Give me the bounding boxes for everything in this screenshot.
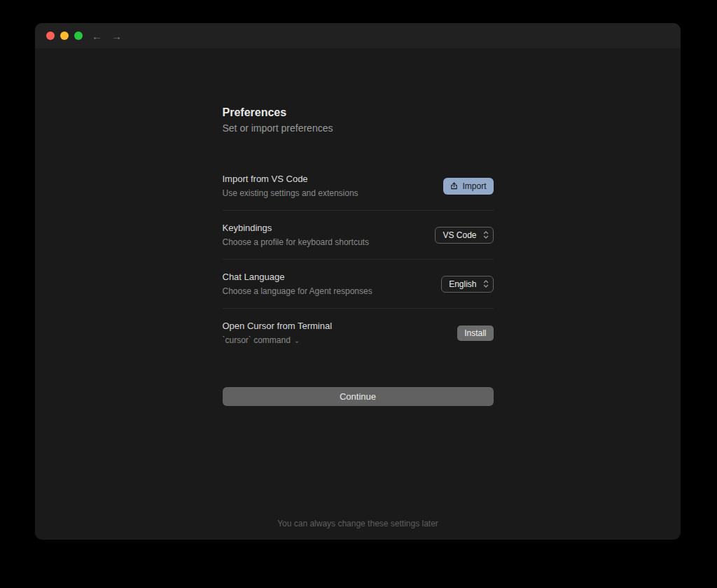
row-labels: Chat Language Choose a language for Agen… (223, 272, 373, 296)
row-labels: Open Cursor from Terminal `cursor` comma… (223, 321, 333, 346)
row-labels: Keybindings Choose a profile for keyboar… (223, 223, 369, 247)
row-subtitle: Choose a profile for keyboard shortcuts (223, 237, 369, 247)
chat-language-select[interactable]: English (441, 276, 493, 293)
titlebar: ← → (35, 23, 681, 48)
chevron-down-icon: ⌄ (294, 337, 300, 344)
footer-note: You can always change these settings lat… (35, 519, 681, 528)
import-button-label: Import (462, 181, 486, 191)
continue-button[interactable]: Continue (223, 387, 494, 406)
back-arrow-icon[interactable]: ← (92, 30, 102, 42)
row-title: Keybindings (223, 223, 369, 233)
settings-list: Import from VS Code Use existing setting… (223, 162, 494, 358)
keybindings-select-value: VS Code (443, 230, 476, 240)
import-icon (450, 182, 458, 190)
cursor-command-label: `cursor` command (223, 335, 291, 345)
onboarding-content: Preferences Set or import preferences Im… (223, 48, 494, 406)
chevron-up-down-icon (483, 230, 489, 239)
row-subtitle: Use existing settings and extensions (223, 188, 358, 198)
page-subtitle: Set or import preferences (223, 122, 494, 134)
preferences-window: ← → Preferences Set or import preference… (35, 23, 681, 540)
row-title: Chat Language (223, 272, 373, 282)
row-title: Import from VS Code (223, 174, 358, 184)
minimize-button[interactable] (60, 31, 69, 40)
import-button[interactable]: Import (443, 178, 493, 195)
row-terminal-command: Open Cursor from Terminal `cursor` comma… (223, 309, 494, 358)
row-labels: Import from VS Code Use existing setting… (223, 174, 358, 198)
traffic-lights (46, 31, 83, 40)
row-import-vscode: Import from VS Code Use existing setting… (223, 162, 494, 211)
page-title: Preferences (223, 106, 494, 119)
row-title: Open Cursor from Terminal (223, 321, 333, 331)
install-button[interactable]: Install (457, 326, 493, 341)
zoom-button[interactable] (74, 31, 83, 40)
chat-language-select-value: English (449, 279, 476, 289)
history-nav: ← → (92, 23, 122, 48)
row-chat-language: Chat Language Choose a language for Agen… (223, 260, 494, 309)
keybindings-select[interactable]: VS Code (435, 227, 493, 244)
chevron-up-down-icon (483, 279, 489, 288)
close-button[interactable] (46, 31, 55, 40)
cursor-command-dropdown[interactable]: `cursor` command ⌄ (223, 335, 300, 345)
forward-arrow-icon[interactable]: → (111, 30, 122, 42)
row-keybindings: Keybindings Choose a profile for keyboar… (223, 211, 494, 260)
row-subtitle: Choose a language for Agent responses (223, 286, 373, 296)
